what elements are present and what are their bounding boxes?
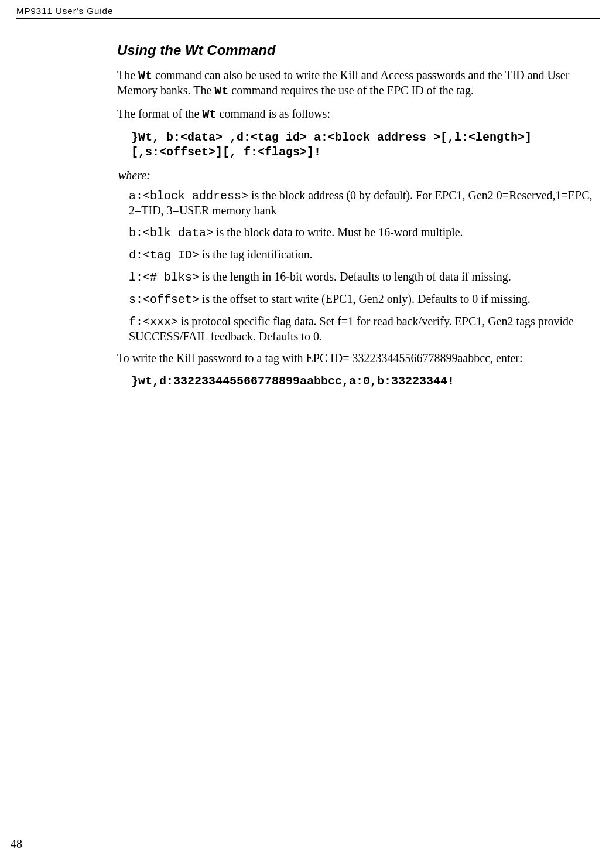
where-label: where: — [118, 169, 593, 182]
param-code: f:<xxx> — [129, 315, 178, 329]
wt-command: Wt — [138, 69, 152, 83]
param-desc: is the tag identification. — [199, 248, 313, 261]
param-code: a:<block address> — [129, 189, 248, 203]
param-code: d:<tag ID> — [129, 248, 199, 262]
param-f: f:<xxx> is protocol specific flag data. … — [129, 314, 593, 344]
param-code: s:<offset> — [129, 293, 199, 306]
example-command: }wt,d:332233445566778899aabbcc,a:0,b:332… — [131, 374, 593, 388]
doc-title: MP9311 User's Guide — [16, 6, 113, 16]
text: The format of the — [117, 107, 203, 120]
code-line-1: }Wt, b:<data> ,d:<tag id> a:<block addre… — [131, 130, 593, 145]
param-s: s:<offset> is the offset to start write … — [129, 292, 593, 307]
section-title: Using the Wt Command — [117, 42, 593, 59]
param-desc: is protocol specific flag data. Set f=1 … — [129, 315, 574, 343]
parameter-list: a:<block address> is the block address (… — [129, 188, 593, 344]
paragraph-2: The format of the Wt command is as follo… — [117, 107, 593, 122]
text: command is as follows: — [217, 107, 330, 120]
param-l: l:<# blks> is the length in 16-bit words… — [129, 270, 593, 285]
wt-command: Wt — [203, 108, 217, 121]
param-d: d:<tag ID> is the tag identification. — [129, 247, 593, 262]
syntax-block: }Wt, b:<data> ,d:<tag id> a:<block addre… — [131, 130, 593, 159]
page-header: MP9311 User's Guide — [0, 0, 616, 16]
text: command requires the use of the EPC ID o… — [228, 84, 474, 97]
page-number: 48 — [11, 837, 22, 851]
param-code: b:<blk data> — [129, 226, 213, 240]
param-b: b:<blk data> is the block data to write.… — [129, 225, 593, 240]
text: The — [117, 69, 138, 81]
param-desc: is the block data to write. Must be 16-w… — [213, 226, 463, 238]
paragraph-1: The Wt command can also be used to write… — [117, 68, 593, 98]
param-desc: is the length in 16-bit words. Defaults … — [199, 270, 511, 283]
param-desc: is the offset to start write (EPC1, Gen2… — [199, 292, 531, 305]
paragraph-3: To write the Kill password to a tag with… — [117, 351, 593, 366]
param-code: l:<# blks> — [129, 271, 199, 284]
wt-command: Wt — [214, 84, 228, 98]
code-line-2: [,s:<offset>][, f:<flags>]! — [131, 145, 593, 159]
param-a: a:<block address> is the block address (… — [129, 188, 593, 218]
page-content: Using the Wt Command The Wt command can … — [0, 19, 616, 388]
